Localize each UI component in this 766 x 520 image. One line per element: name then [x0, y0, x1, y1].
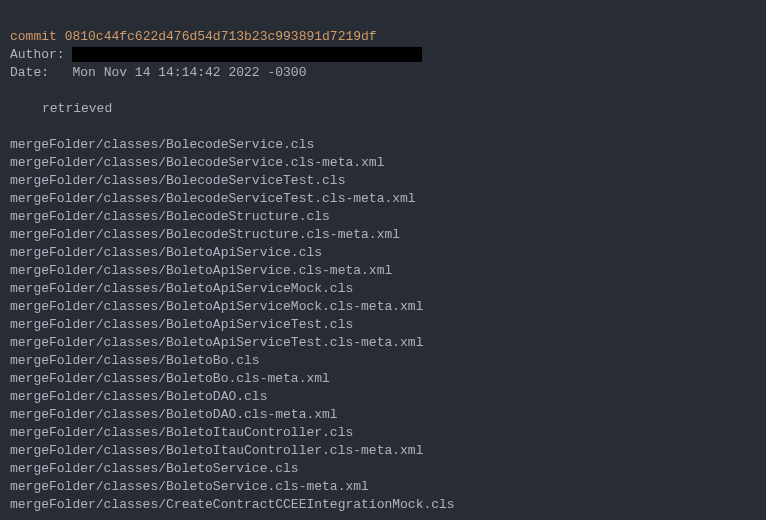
- file-path: mergeFolder/classes/BolecodeService.cls-…: [10, 155, 384, 170]
- file-path: mergeFolder/classes/BolecodeStructure.cl…: [10, 209, 330, 224]
- author-label: Author:: [10, 47, 65, 62]
- date-line: Date: Mon Nov 14 14:14:42 2022 -0300: [10, 65, 306, 80]
- file-path: mergeFolder/classes/BoletoService.cls-me…: [10, 479, 369, 494]
- file-path: mergeFolder/classes/BoletoDAO.cls-meta.x…: [10, 407, 338, 422]
- file-path: mergeFolder/classes/BoletoService.cls: [10, 461, 299, 476]
- git-log-output: commit 0810c44fc622d476d54d713b23c993891…: [10, 28, 756, 514]
- file-path: mergeFolder/classes/BolecodeStructure.cl…: [10, 227, 400, 242]
- file-path: mergeFolder/classes/BolecodeServiceTest.…: [10, 191, 416, 206]
- date-label: Date:: [10, 65, 49, 80]
- file-list: mergeFolder/classes/BolecodeService.cls …: [10, 137, 455, 512]
- commit-label: commit: [10, 29, 57, 44]
- file-path: mergeFolder/classes/BolecodeService.cls: [10, 137, 314, 152]
- file-path: mergeFolder/classes/BoletoDAO.cls: [10, 389, 267, 404]
- commit-line: commit 0810c44fc622d476d54d713b23c993891…: [10, 29, 377, 44]
- file-path: mergeFolder/classes/BoletoApiService.cls…: [10, 263, 392, 278]
- file-path: mergeFolder/classes/BoletoApiServiceTest…: [10, 317, 353, 332]
- file-path: mergeFolder/classes/BoletoApiServiceTest…: [10, 335, 423, 350]
- date-value: Mon Nov 14 14:14:42 2022 -0300: [72, 65, 306, 80]
- file-path: mergeFolder/classes/CreateContractCCEEIn…: [10, 497, 455, 512]
- file-path: mergeFolder/classes/BoletoApiServiceMock…: [10, 299, 423, 314]
- commit-message: retrieved: [10, 101, 112, 116]
- commit-hash: 0810c44fc622d476d54d713b23c993891d7219df: [65, 29, 377, 44]
- file-path: mergeFolder/classes/BoletoBo.cls-meta.xm…: [10, 371, 330, 386]
- author-line: Author:: [10, 47, 422, 62]
- file-path: mergeFolder/classes/BolecodeServiceTest.…: [10, 173, 345, 188]
- author-redacted: [72, 47, 422, 62]
- file-path: mergeFolder/classes/BoletoItauController…: [10, 443, 423, 458]
- file-path: mergeFolder/classes/BoletoItauController…: [10, 425, 353, 440]
- file-path: mergeFolder/classes/BoletoApiService.cls: [10, 245, 322, 260]
- file-path: mergeFolder/classes/BoletoApiServiceMock…: [10, 281, 353, 296]
- file-path: mergeFolder/classes/BoletoBo.cls: [10, 353, 260, 368]
